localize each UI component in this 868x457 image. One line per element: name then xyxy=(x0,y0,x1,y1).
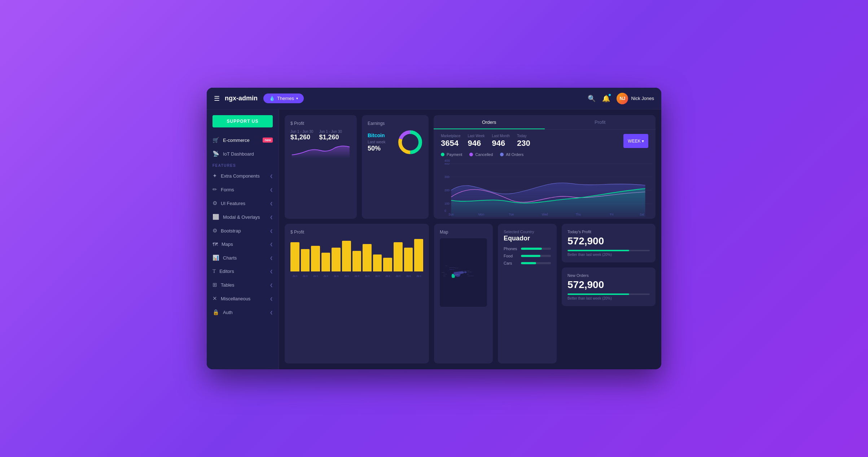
wave-chart-svg: 400 300 200 100 0 xyxy=(444,163,652,217)
bar-item: Ja n xyxy=(352,251,361,271)
bar-item: Ja n xyxy=(363,244,372,271)
earnings-label: Last week xyxy=(368,140,386,144)
chevron-icon: ❮ xyxy=(270,201,273,205)
support-button[interactable]: SUPPORT US xyxy=(212,115,273,127)
profit-col2: Jun 1 - Jun 30 $1,260 xyxy=(319,130,342,141)
header: ☰ ngx-admin 💧 Themes ▾ 🔍 🔔 NJ Nick Jones xyxy=(207,88,661,109)
sidebar-item-extra[interactable]: ✦ Extra Components ❮ xyxy=(207,169,279,183)
chevron-icon: ❮ xyxy=(270,269,273,273)
svg-text:200: 200 xyxy=(444,188,450,192)
sidebar-item-label: Miscellaneous xyxy=(221,296,266,301)
legend-cancelled: Cancelled xyxy=(469,152,493,157)
country-stat-phones: Phones xyxy=(504,247,551,251)
notification-button[interactable]: 🔔 xyxy=(602,95,610,103)
country-stat-cars: Cars xyxy=(504,261,551,265)
sidebar-item-tables[interactable]: ⊞ Tables ❮ xyxy=(207,278,279,292)
food-label: Food xyxy=(504,254,518,258)
app-body: SUPPORT US 🛒 E-commerce new 📡 IoT Dashbo… xyxy=(207,109,661,369)
bar-label: Ja n xyxy=(385,275,390,277)
tab-orders[interactable]: Orders xyxy=(434,115,545,129)
tab-profit[interactable]: Profit xyxy=(545,115,656,129)
user-menu[interactable]: NJ Nick Jones xyxy=(617,93,654,104)
svg-text:Cuba: Cuba xyxy=(446,265,448,266)
bar-chart-title: $ Profit xyxy=(290,230,423,235)
themes-drop-icon: 💧 xyxy=(269,96,275,101)
svg-text:STATE OF RORAIMA: STATE OF RORAIMA xyxy=(468,275,474,277)
app-logo: ngx-admin xyxy=(225,95,258,102)
food-bar xyxy=(521,255,551,257)
svg-text:400: 400 xyxy=(444,163,450,165)
themes-button[interactable]: 💧 Themes ▾ xyxy=(263,93,304,103)
map-title: Map xyxy=(440,230,487,235)
sidebar-item-auth[interactable]: 🔒 Auth ❮ xyxy=(207,305,279,319)
profit-date1: Jun 1 - Jun 30 xyxy=(290,130,313,134)
svg-text:0: 0 xyxy=(444,209,446,213)
svg-text:Venezuela: Venezuela xyxy=(460,272,464,273)
map-card: Map Cuba Dominican Republic Puerto Rico … xyxy=(434,224,493,364)
extra-icon: ✦ xyxy=(212,173,217,179)
sidebar-item-iot[interactable]: 📡 IoT Dashboard xyxy=(207,147,279,161)
profit-title: $ Profit xyxy=(290,121,351,126)
new-badge: new xyxy=(263,138,273,143)
sidebar-item-forms[interactable]: ✏ Forms ❮ xyxy=(207,183,279,196)
top-row: $ Profit Jun 1 - Jun 30 $1,260 Jun 1 - J… xyxy=(285,115,656,219)
new-orders-label: Better than last week (20%) xyxy=(567,296,650,300)
sidebar-item-ecommerce[interactable]: 🛒 E-commerce new xyxy=(207,133,279,147)
earnings-inner: Bitcoin Last week 50% xyxy=(368,130,423,155)
chevron-icon: ❮ xyxy=(270,174,273,178)
todays-profit-bar xyxy=(567,250,629,251)
stat-label: Last Week xyxy=(468,134,485,138)
svg-text:Costa Rica: Costa Rica xyxy=(443,274,447,274)
bars-container: Ja nJa nJa nJa nJa nJa nJa nJa nJa nJa n… xyxy=(290,238,423,278)
sidebar-item-editors[interactable]: T Editors ❮ xyxy=(207,265,279,278)
mini-line-chart xyxy=(290,144,351,158)
charts-icon: 📊 xyxy=(212,254,219,261)
sidebar-item-label: Forms xyxy=(221,187,266,192)
payment-dot xyxy=(441,153,444,156)
svg-text:Guyana: Guyana xyxy=(464,270,466,271)
sidebar-item-bootstrap[interactable]: ⚙ Bootstrap ❮ xyxy=(207,224,279,238)
map-display: Cuba Dominican Republic Puerto Rico Nica… xyxy=(440,238,487,307)
sidebar-item-ui[interactable]: ⚙ UI Features ❮ xyxy=(207,196,279,210)
search-icon[interactable]: 🔍 xyxy=(588,95,596,103)
bar-item: Ja n xyxy=(414,239,423,271)
sidebar-item-misc[interactable]: ✕ Miscellaneous ❮ xyxy=(207,292,279,305)
orders-legend: Payment Cancelled All Orders xyxy=(434,152,656,157)
bar-item: Ja n xyxy=(290,242,299,271)
earnings-pct: 50% xyxy=(368,145,386,152)
sidebar-item-maps[interactable]: 🗺 Maps ❮ xyxy=(207,238,279,251)
bar-label: Ja n xyxy=(354,275,359,277)
chevron-icon: ❮ xyxy=(270,310,273,314)
sidebar-item-charts[interactable]: 📊 Charts ❮ xyxy=(207,251,279,265)
svg-text:Sat: Sat xyxy=(640,213,644,216)
ecommerce-icon: 🛒 xyxy=(212,137,219,143)
bar-item: Ja n xyxy=(321,253,330,271)
week-button[interactable]: WEEK ▾ xyxy=(623,134,648,148)
bootstrap-icon: ⚙ xyxy=(212,227,217,234)
country-stat-food: Food xyxy=(504,254,551,258)
cars-label: Cars xyxy=(504,261,518,265)
hamburger-icon[interactable]: ☰ xyxy=(214,95,220,103)
bar-label: Ja n xyxy=(416,275,421,277)
forms-icon: ✏ xyxy=(212,186,217,193)
bar-item: Ja n xyxy=(342,241,351,271)
bar-label: Ja n xyxy=(344,275,349,277)
user-name: Nick Jones xyxy=(631,96,654,101)
bottom-left: $ Profit Ja nJa nJa nJa nJa nJa nJa nJa … xyxy=(285,224,557,364)
profit-value2: $1,260 xyxy=(319,134,342,141)
sidebar-item-label: Bootstrap xyxy=(221,228,266,234)
earnings-crypto: Bitcoin xyxy=(368,132,386,138)
phones-fill xyxy=(521,248,542,250)
stat-lastweek: Last Week 946 xyxy=(468,134,485,148)
cars-bar xyxy=(521,262,551,264)
profit-value1: $1,260 xyxy=(290,134,313,141)
stat-today: Today 230 xyxy=(517,134,530,148)
sidebar-item-label: Tables xyxy=(221,282,266,288)
legend-allorders: All Orders xyxy=(500,152,523,157)
stat-value: 230 xyxy=(517,139,530,148)
sidebar-item-modal[interactable]: ⬜ Modal & Overlays ❮ xyxy=(207,210,279,224)
stat-label: Today xyxy=(517,134,530,138)
new-orders-title: New Orders xyxy=(567,273,650,278)
misc-icon: ✕ xyxy=(212,295,217,302)
svg-text:French Guiana: French Guiana xyxy=(467,271,472,272)
